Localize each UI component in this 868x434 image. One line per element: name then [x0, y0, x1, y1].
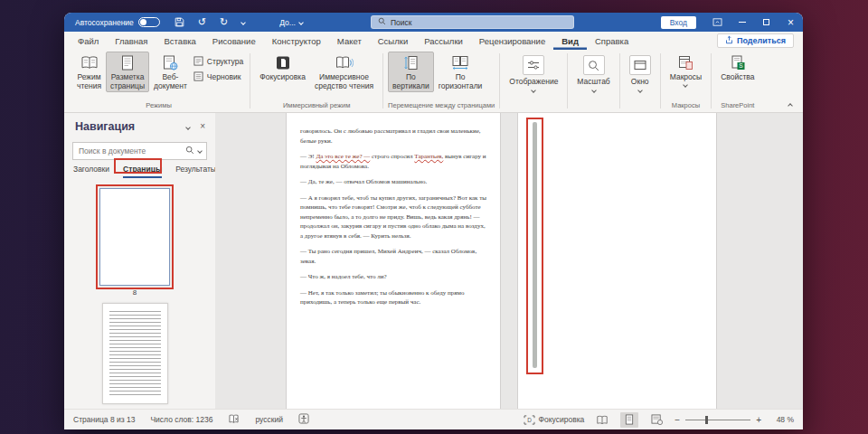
tab-references[interactable]: Ссылки [370, 32, 416, 50]
zoom-slider[interactable] [685, 420, 750, 420]
show-chevron-icon [531, 88, 536, 93]
document-page-text[interactable]: говорилось. Он с любовью рассматривал и … [287, 113, 500, 409]
tab-draw[interactable]: Рисование [204, 32, 264, 50]
group-immersive: Фокусировка Иммерсивное средство чтения … [250, 50, 382, 112]
quick-access-toolbar: ↺ ↻ [175, 16, 245, 28]
tab-design[interactable]: Конструктор [264, 32, 329, 50]
paragraph[interactable]: — Что ж, я надоел тебе, что ли? [300, 272, 486, 282]
signin-button[interactable]: Вход [661, 16, 696, 29]
spellcheck-icon[interactable] [228, 414, 240, 426]
focus-button[interactable]: Фокусировка [255, 52, 310, 83]
window-dropdown-button[interactable]: Окно [625, 52, 656, 94]
search-box[interactable]: Поиск [371, 15, 574, 29]
maximize-button[interactable] [754, 13, 778, 32]
customize-toolbar-chevron-icon[interactable] [241, 20, 246, 25]
nav-search-chevron-icon[interactable] [197, 148, 203, 154]
zoom-dropdown-button[interactable]: Масштаб [572, 52, 614, 94]
print-layout-button[interactable]: Разметка страницы [106, 52, 149, 92]
vertical-movement-button[interactable]: По вертикали [388, 52, 434, 92]
minimize-button[interactable] [730, 13, 754, 32]
zoom-out-button[interactable]: − [675, 415, 680, 425]
nav-tab-results[interactable]: Результаты [175, 165, 215, 178]
nav-tab-headings[interactable]: Заголовки [73, 165, 109, 178]
focus-mode-button[interactable]: D Фокусировка [524, 415, 585, 425]
main-content: Навигация × Поиск в документе Заголовки … [64, 113, 803, 409]
autosave-label: Автосохранение [75, 18, 134, 27]
show-icon [523, 55, 544, 75]
document-title-chevron-icon [298, 20, 304, 25]
properties-button[interactable]: S Свойства [716, 52, 759, 83]
read-mode-button[interactable]: Режим чтения [72, 52, 106, 92]
autosave-switch-icon[interactable] [138, 17, 160, 27]
close-button[interactable]: × [778, 13, 803, 32]
side-to-side-button[interactable]: По горизонтали [434, 52, 487, 92]
paragraph[interactable]: — А я говорил тебе, чтоб ты купил других… [300, 193, 486, 241]
vertical-scrollbar[interactable] [533, 122, 537, 368]
status-bar: Страница 8 из 13 Число слов: 1236 русски… [64, 409, 803, 429]
language-indicator[interactable]: русский [255, 415, 283, 424]
navigation-tabs: Заголовки Страницы Результаты [73, 165, 215, 178]
group-label-page-movement: Перемещение между страницами [388, 100, 495, 112]
page-thumbnail-8[interactable] [99, 188, 170, 286]
share-label: Поделиться [737, 36, 786, 45]
read-mode-view-icon[interactable] [593, 412, 611, 428]
navigation-close-icon[interactable]: × [200, 121, 205, 131]
macros-button[interactable]: Макросы [665, 52, 706, 89]
spellcheck-flagged-text: Да это все те же? — [316, 153, 370, 160]
paragraph[interactable]: — Э! Да это все те же? — строго спросил … [300, 152, 486, 171]
tab-home[interactable]: Главная [107, 32, 156, 50]
document-text: говорилось. Он с любовью рассматривал и … [300, 127, 486, 307]
macros-chevron-icon [684, 82, 689, 88]
tab-help[interactable]: Справка [587, 32, 637, 50]
save-icon[interactable] [175, 17, 184, 27]
group-zoom: Масштаб [568, 50, 618, 112]
share-icon [725, 35, 733, 46]
page-thumbnail-9[interactable] [102, 303, 168, 404]
tab-review[interactable]: Рецензирование [471, 32, 553, 50]
immersive-reader-button[interactable]: Иммерсивное средство чтения [310, 52, 378, 92]
word-count[interactable]: Число слов: 1236 [150, 415, 212, 424]
zoom-chevron-icon [591, 88, 597, 93]
group-label-sharepoint: SharePoint [716, 100, 759, 112]
draft-view-button[interactable]: Черновик [193, 71, 243, 81]
svg-text:D: D [527, 416, 532, 422]
outline-view-button[interactable]: Структура [193, 56, 243, 66]
web-layout-button[interactable]: Веб- документ [149, 52, 192, 92]
redo-icon[interactable]: ↻ [220, 16, 228, 28]
zoom-icon [583, 55, 605, 75]
collapse-ribbon-chevron-icon[interactable] [788, 103, 793, 108]
paragraph[interactable]: — Да, те же, — отвечал Обломов машинальн… [300, 177, 486, 187]
paragraph[interactable]: — Ты рано сегодня пришел, Михей Андреич,… [300, 247, 486, 266]
zoom-level[interactable]: 48 % [770, 415, 794, 424]
ribbon-display-options-icon[interactable] [705, 13, 730, 32]
document-page-blank[interactable] [518, 113, 716, 409]
page-indicator[interactable]: Страница 8 из 13 [73, 415, 135, 424]
group-sharepoint: S Свойства SharePoint [712, 50, 763, 112]
tab-file[interactable]: Файл [70, 32, 107, 50]
zoom-in-button[interactable]: + [756, 415, 761, 425]
navigation-options-chevron-icon[interactable] [185, 125, 191, 130]
web-layout-view-icon[interactable] [647, 412, 665, 428]
tab-view[interactable]: Вид [553, 32, 587, 50]
ribbon-view-tab: Режим чтения Разметка страницы Веб- доку… [64, 50, 803, 113]
group-label-modes: Режимы [72, 100, 245, 112]
show-dropdown-button[interactable]: Отображение [505, 52, 562, 94]
document-title: До... [279, 18, 296, 27]
paragraph[interactable]: — Нет, я так только заметил; ты обыкнове… [300, 288, 486, 307]
document-title-menu[interactable]: До... [279, 18, 303, 27]
spellcheck-flagged-text: Тарантьев, [414, 153, 443, 160]
nav-tab-pages[interactable]: Страницы [123, 165, 162, 178]
accessibility-icon[interactable] [298, 413, 309, 426]
undo-icon[interactable]: ↺ [198, 16, 206, 28]
print-layout-view-icon[interactable] [620, 412, 638, 428]
autosave-toggle[interactable]: Автосохранение [75, 17, 160, 27]
zoom-slider-thumb[interactable] [705, 416, 708, 424]
paragraph[interactable]: говорилось. Он с любовью рассматривал и … [300, 127, 486, 146]
share-button[interactable]: Поделиться [717, 33, 794, 48]
nav-search-icon[interactable] [185, 146, 194, 156]
navigation-pane: Навигация × Поиск в документе Заголовки … [64, 113, 215, 409]
navigation-search-input[interactable]: Поиск в документе [72, 142, 207, 160]
tab-mailings[interactable]: Рассылки [416, 32, 471, 50]
tab-insert[interactable]: Вставка [156, 32, 204, 50]
tab-layout[interactable]: Макет [329, 32, 370, 50]
